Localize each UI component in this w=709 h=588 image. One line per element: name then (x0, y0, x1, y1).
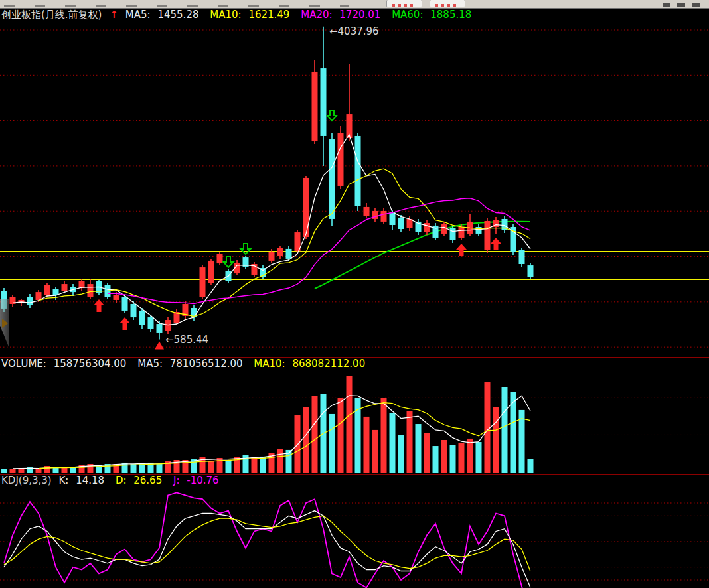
candle-body (338, 133, 344, 186)
volume-bar (70, 467, 76, 473)
candle-body (53, 289, 59, 295)
trend-up-arrow-icon: ↑ (110, 9, 118, 21)
peak-price-annotation: ←4037.96 (329, 25, 379, 37)
volume-bar (493, 407, 499, 473)
menu-toolbar[interactable] (0, 0, 709, 9)
kdj-d-line (4, 516, 530, 571)
buy-signal-arrow-icon (491, 238, 501, 250)
main-chart-svg[interactable]: ←4037.96←585.44 (0, 22, 709, 357)
candle-body (321, 68, 327, 136)
volume-bar (407, 411, 413, 473)
main-chart-pane[interactable]: ←4037.96←585.44 (0, 22, 709, 357)
toolbar-button-1[interactable] (386, 0, 422, 7)
candle-body (122, 297, 128, 311)
expand-arrow-icon (2, 319, 8, 328)
trading-terminal-window: 创业板指(月线.前复权)↑ MA5: 1455.28 MA10: 1621.49… (0, 0, 709, 588)
candle-body (519, 250, 525, 264)
volume-bar (157, 464, 163, 473)
candle-body (27, 297, 33, 305)
candle-body (148, 317, 154, 329)
volume-bar (450, 445, 456, 473)
candle-body (364, 207, 370, 216)
volume-bar (441, 440, 447, 473)
symbol-title: 创业板指(月线.前复权) (1, 9, 102, 21)
volume-bar (44, 466, 50, 473)
candle-body (62, 284, 68, 291)
ma60-line (315, 222, 530, 289)
candle-body (303, 178, 309, 237)
volume-bar (433, 446, 439, 473)
volume-bar (347, 376, 353, 473)
volume-bar (372, 430, 378, 473)
volume-bar (424, 433, 430, 473)
volume-bar (485, 382, 491, 473)
volume-bar (226, 460, 232, 473)
button-label-remnant (435, 4, 459, 7)
candle-body (485, 221, 491, 250)
candle-body (217, 254, 223, 263)
volume-bar (398, 435, 404, 473)
trough-price-annotation: ←585.44 (165, 334, 208, 346)
volume-bar (329, 414, 335, 473)
candle-body (131, 304, 137, 317)
candle-body (286, 249, 292, 259)
ma5-readout: MA5: 1455.28 (125, 9, 203, 21)
candle-body (88, 284, 94, 297)
volume-ma5-readout: MA5: 781056512.00 (137, 358, 246, 370)
volume-bar (312, 396, 318, 473)
candle-body (398, 218, 404, 229)
candle-body (476, 227, 482, 234)
toolbar-button-2[interactable] (430, 0, 465, 7)
volume-bar (1, 469, 7, 473)
volume-bar (88, 464, 94, 473)
candle-body (114, 295, 119, 300)
volume-bar (459, 443, 465, 473)
volume-bar (303, 407, 309, 473)
buy-signal-arrow-icon (119, 317, 130, 330)
candle-body (277, 248, 283, 256)
volume-bar (502, 387, 508, 473)
window-controls-remnant (663, 3, 706, 7)
volume-bar (208, 461, 214, 473)
volume-bar (252, 457, 258, 473)
volume-chart-svg[interactable] (0, 370, 709, 473)
volume-pane[interactable] (0, 370, 709, 473)
buy-signal-arrow-icon (456, 244, 467, 256)
buy-signal-arrow-icon (94, 299, 104, 312)
candle-body (36, 292, 42, 300)
candle-body (200, 267, 206, 297)
volume-bar (476, 442, 482, 473)
candle-body (424, 223, 430, 232)
kdj-k-line (4, 511, 530, 588)
volume-bar (381, 398, 387, 473)
volume-bar (36, 469, 42, 473)
sell-signal-arrow-icon (327, 110, 337, 121)
sell-signal-arrow-icon (241, 244, 251, 254)
main-chart-header: 创业板指(月线.前复权)↑ MA5: 1455.28 MA10: 1621.49… (1, 9, 479, 21)
candle-body (329, 139, 335, 219)
volume-bar (528, 459, 534, 473)
volume-bar (364, 417, 370, 473)
kdj-chart-svg[interactable] (0, 485, 709, 588)
candle-body (390, 212, 396, 225)
volume-bar (260, 457, 266, 473)
candle-body (312, 72, 318, 141)
candle-body (139, 311, 145, 325)
volume-bar (416, 424, 422, 473)
button-label-remnant (392, 4, 416, 7)
kdj-pane[interactable] (0, 485, 709, 588)
candle-body (441, 224, 447, 234)
candle-body (355, 136, 361, 206)
volume-bar (131, 464, 137, 473)
candle-body (528, 265, 534, 277)
candle-body (157, 324, 163, 333)
ma60-readout: MA60: 1885.18 (392, 9, 475, 21)
menu-items-remnant (4, 5, 349, 7)
volume-ma10-readout: MA10: 868082112.00 (254, 358, 369, 370)
candle-body (269, 252, 275, 261)
candle-body (44, 285, 50, 295)
volume-bar (390, 413, 396, 473)
volume-bar (10, 469, 16, 473)
volume-ma10-line (39, 403, 530, 469)
low-marker-triangle-icon (155, 342, 164, 350)
